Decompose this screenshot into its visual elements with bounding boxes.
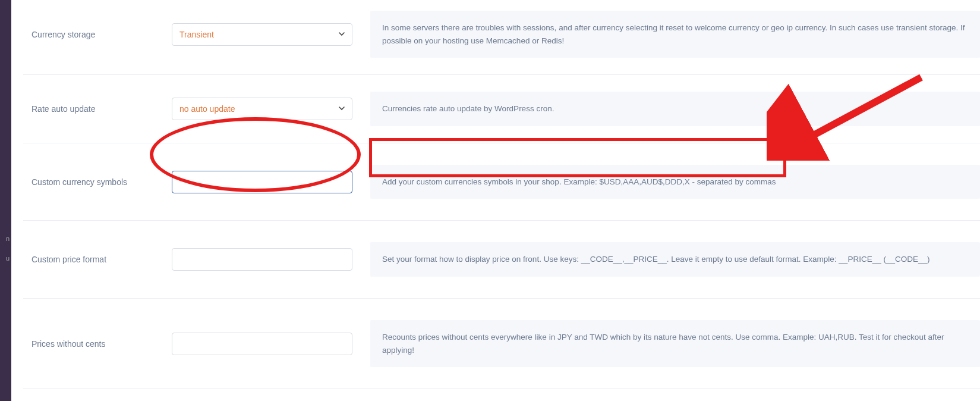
label-custom-currency-symbols: Custom currency symbols <box>23 177 172 187</box>
sidebar-fragment: u <box>6 255 10 262</box>
sidebar-fragment: n <box>6 235 10 242</box>
control-rate-auto-update: no auto update <box>172 98 362 120</box>
help-custom-price-format: Set your format how to display price on … <box>370 242 980 277</box>
control-currency-storage: Transient <box>172 23 362 46</box>
row-show-flags: Show flags by default Show / Hide flags … <box>23 389 980 401</box>
help-currency-storage: In some servers there are troubles with … <box>370 11 980 58</box>
label-custom-price-format: Custom price format <box>23 255 172 264</box>
input-custom-currency-symbols[interactable] <box>172 171 352 193</box>
row-currency-storage: Currency storage Transient In some serve… <box>23 0 980 75</box>
settings-panel: Currency storage Transient In some serve… <box>11 0 980 401</box>
input-custom-price-format[interactable] <box>172 248 352 271</box>
control-prices-without-cents <box>172 333 362 355</box>
label-rate-auto-update: Rate auto update <box>23 104 172 114</box>
help-rate-auto-update: Currencies rate auto update by WordPress… <box>370 92 980 126</box>
select-rate-auto-update[interactable]: no auto update <box>172 98 352 120</box>
label-currency-storage: Currency storage <box>23 30 172 39</box>
help-custom-currency-symbols: Add your custom currencies symbols in yo… <box>370 165 980 199</box>
row-custom-currency-symbols: Custom currency symbols Add your custom … <box>23 143 980 221</box>
row-prices-without-cents: Prices without cents Recounts prices wit… <box>23 299 980 389</box>
label-prices-without-cents: Prices without cents <box>23 339 172 349</box>
control-custom-currency-symbols <box>172 171 362 193</box>
help-prices-without-cents: Recounts prices without cents everywhere… <box>370 320 980 367</box>
input-prices-without-cents[interactable] <box>172 333 352 355</box>
control-custom-price-format <box>172 248 362 271</box>
select-currency-storage[interactable]: Transient <box>172 23 352 46</box>
row-custom-price-format: Custom price format Set your format how … <box>23 221 980 299</box>
row-rate-auto-update: Rate auto update no auto update Currenci… <box>23 75 980 143</box>
admin-sidebar: n u <box>0 0 11 401</box>
